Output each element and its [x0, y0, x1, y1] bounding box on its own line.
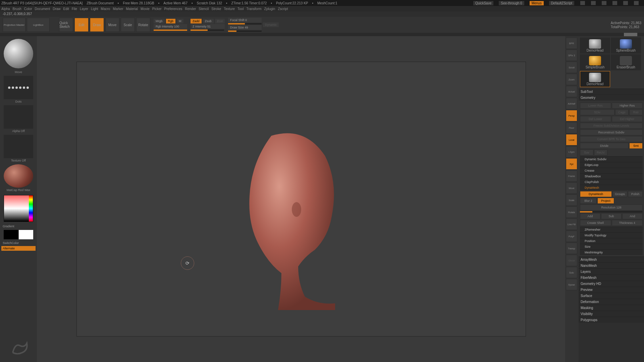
polygroups-section[interactable]: Polygroups — [579, 317, 644, 323]
frame-button[interactable]: Frame — [566, 170, 577, 182]
deformation-section[interactable]: Deformation — [579, 299, 644, 305]
dock-icon[interactable] — [591, 1, 596, 5]
reconstruct-subdiv-button[interactable]: Reconstruct Subdiv — [580, 129, 643, 135]
tool-thumb-simplebrush[interactable]: SimpleBrush — [580, 54, 610, 70]
zsub-toggle[interactable]: Zsub — [203, 19, 214, 23]
position-section[interactable]: Position — [580, 238, 643, 244]
aahalf-button[interactable]: AAHalf — [566, 98, 577, 109]
gradient-toggle[interactable]: Gradient — [1, 224, 36, 229]
menu-brush[interactable]: Brush — [13, 7, 21, 11]
scroll-button[interactable]: Scroll — [566, 62, 577, 73]
alpha-thumbnail[interactable] — [4, 105, 33, 129]
menu-stroke[interactable]: Stroke — [211, 7, 221, 11]
suv-button[interactable]: Suv — [580, 149, 593, 156]
local-button[interactable]: Local — [566, 134, 577, 145]
secondary-color-swatch[interactable] — [4, 230, 18, 239]
divide-button[interactable]: Divide — [580, 143, 629, 149]
switch-color-button[interactable]: SwitchColor — [1, 241, 36, 245]
linefill-button[interactable]: Line Fill — [566, 219, 577, 230]
zcut-toggle[interactable]: Zcut — [215, 19, 225, 23]
quick-sketch-button[interactable]: Quick Sketch — [59, 18, 73, 32]
sub-button[interactable]: Sub — [601, 213, 622, 219]
quicksave-button[interactable]: QuickSave — [473, 1, 493, 5]
draw-button[interactable]: Draw — [90, 18, 104, 32]
preview-section[interactable]: Preview — [579, 287, 644, 293]
primary-color-swatch[interactable] — [19, 230, 33, 239]
masking-section[interactable]: Masking — [579, 305, 644, 311]
geometry-section[interactable]: Geometry — [579, 95, 644, 101]
menu-alpha[interactable]: Alpha — [1, 7, 10, 11]
menu-picker[interactable]: Picker — [152, 7, 162, 11]
menu-tool[interactable]: Tool — [237, 7, 244, 11]
and-button[interactable]: And — [622, 213, 643, 219]
add-button[interactable]: Add — [580, 213, 600, 219]
menus-button[interactable]: Menus — [530, 1, 544, 5]
project-button[interactable]: Project — [597, 198, 614, 204]
create-shell-button[interactable]: Create Shell — [580, 220, 611, 226]
transp-button[interactable]: Transp — [566, 243, 577, 254]
stroke-thumbnail[interactable] — [4, 76, 33, 99]
resolution-slider[interactable]: Resolution 128 — [580, 204, 643, 210]
rstr-button[interactable]: Rstr — [629, 109, 643, 115]
solo-button[interactable]: Solo — [566, 267, 577, 278]
edit-button[interactable]: Edit — [74, 18, 89, 32]
lsym-button[interactable]: LSym — [566, 146, 577, 158]
dynamesh-section[interactable]: DynaMesh — [580, 185, 643, 190]
top-shelf-scrollbar[interactable] — [0, 33, 644, 36]
actual-button[interactable]: Actual — [566, 86, 577, 97]
menu-movie[interactable]: Movie — [141, 7, 150, 11]
xpose-button[interactable]: Xpose — [566, 279, 577, 290]
menu-draw[interactable]: Draw — [53, 7, 60, 11]
default-zscript[interactable]: DefaultZScript — [549, 1, 574, 5]
convert-bpr-button[interactable]: Convert BPR To Geo — [580, 136, 643, 142]
thickness-slider[interactable]: Thickness 4 — [612, 220, 643, 226]
persp-button[interactable]: Persp — [566, 110, 577, 121]
document-canvas[interactable] — [76, 62, 526, 337]
menu-layer[interactable]: Layer — [80, 7, 88, 11]
z-intensity-slider[interactable]: Z Intensity 51 — [191, 24, 225, 29]
arraymesh-section[interactable]: ArrayMesh — [579, 256, 644, 262]
dynamic-subdiv-section[interactable]: Dynamic Subdiv — [580, 156, 643, 162]
move-button[interactable]: Move — [105, 18, 119, 32]
xyz-button[interactable]: Xyz — [566, 158, 577, 170]
floor-button[interactable]: Floor — [566, 122, 577, 133]
sdiv-slider[interactable]: SDiv — [580, 109, 614, 115]
menu-edit[interactable]: Edit — [63, 7, 69, 11]
modify-topology-section[interactable]: Modify Topology — [580, 232, 643, 238]
reuv-button[interactable]: ReUV — [594, 149, 607, 156]
rotate-button[interactable]: Rotate — [136, 18, 150, 32]
zremesher-section[interactable]: ZRemesher — [580, 227, 643, 232]
seethrough-slider[interactable]: See-through 0 — [499, 1, 524, 5]
nanomesh-section[interactable]: NanoMesh — [579, 262, 644, 268]
menu-zplugin[interactable]: Zplugin — [264, 7, 275, 11]
menu-file[interactable]: File — [72, 7, 77, 11]
polish-button[interactable]: Polish — [628, 191, 643, 197]
menu-color[interactable]: Color — [24, 7, 32, 11]
higher-res-button[interactable]: Higher Res — [612, 103, 643, 109]
freeze-subdiv-button[interactable]: Freeze SubDivision Levels — [580, 123, 643, 129]
focal-shift-slider[interactable]: Focal Shift 0 — [228, 18, 262, 22]
rgb-intensity-slider[interactable]: Rgb Intensity 100 — [154, 24, 187, 29]
rgb-toggle[interactable]: Rgb — [166, 19, 176, 23]
bpr-button[interactable]: BPR — [566, 38, 577, 49]
menu-zscript[interactable]: Zscript — [278, 7, 288, 11]
blur-slider[interactable]: Blur 2 — [580, 198, 597, 204]
menu-marker[interactable]: Marker — [113, 7, 123, 11]
lightbox-button[interactable]: LightBox — [27, 18, 50, 32]
menu-render[interactable]: Render — [185, 7, 196, 11]
zadd-toggle[interactable]: Zadd — [191, 19, 202, 23]
shadowbox-section[interactable]: ShadowBox — [580, 173, 643, 179]
menu-document[interactable]: Document — [35, 7, 50, 11]
tool-thumb-eraserbrush[interactable]: EraserBrush — [611, 54, 641, 70]
cage-button[interactable]: Cage — [615, 109, 629, 115]
alternate-button[interactable]: Alternate — [1, 246, 36, 251]
material-thumbnail[interactable] — [4, 164, 33, 188]
claypolish-section[interactable]: ClayPolish — [580, 179, 643, 185]
menu-transform[interactable]: Transform — [246, 7, 261, 11]
edgeloop-section[interactable]: EdgeLoop — [580, 162, 643, 168]
dynamesh-button[interactable]: DynaMesh — [580, 191, 612, 197]
crease-section[interactable]: Crease — [580, 168, 643, 173]
menu-light[interactable]: Light — [91, 7, 98, 11]
tool-thumb-selected[interactable]: DemoHead — [580, 71, 610, 87]
texture-thumbnail[interactable] — [4, 135, 33, 158]
